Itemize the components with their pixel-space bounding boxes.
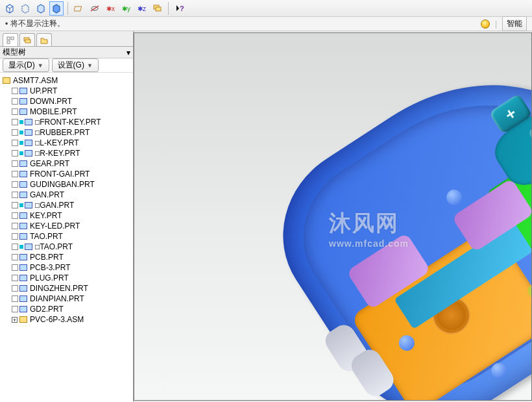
tree-item-label: UP.PRT bbox=[30, 86, 57, 95]
tree-item[interactable]: PCB-3.PRT bbox=[1, 262, 132, 273]
part-icon bbox=[25, 119, 32, 125]
checkbox-icon bbox=[12, 171, 18, 177]
tree-root[interactable]: ASMT7.ASM bbox=[1, 75, 132, 86]
tree-item[interactable]: TAO.PRT bbox=[1, 231, 132, 242]
tree-item[interactable]: □GAN.PRT bbox=[1, 200, 132, 210]
tree-item-label: DOWN.PRT bbox=[30, 97, 72, 106]
checkbox-icon bbox=[12, 223, 18, 229]
view-shaded-icon[interactable] bbox=[49, 1, 64, 16]
smart-button[interactable]: 智能 bbox=[502, 16, 527, 31]
bulb-icon[interactable] bbox=[481, 19, 490, 29]
checkbox-icon bbox=[12, 295, 18, 302]
svg-rect-16 bbox=[11, 37, 14, 40]
checkbox-icon bbox=[12, 160, 18, 167]
checkbox-icon bbox=[12, 181, 18, 188]
svg-rect-13 bbox=[156, 7, 161, 11]
tree-item[interactable]: GEAR.PRT bbox=[1, 158, 132, 169]
tree-item-label: GEAR.PRT bbox=[30, 159, 69, 168]
svg-rect-17 bbox=[7, 41, 10, 44]
tree-item[interactable]: □TAO.PRT bbox=[1, 242, 132, 252]
help-arrow-icon[interactable]: ? bbox=[173, 1, 187, 16]
svg-rect-19 bbox=[25, 40, 30, 43]
checkbox-icon bbox=[12, 306, 18, 312]
tree-item[interactable]: □RUBBER.PRT bbox=[1, 127, 132, 138]
checkbox-icon bbox=[12, 244, 18, 250]
main-toolbar: ✱x ✱y ✱z ? bbox=[0, 0, 532, 17]
expand-icon[interactable]: + bbox=[12, 317, 18, 323]
checkbox-icon bbox=[12, 275, 18, 281]
assembly-icon bbox=[19, 316, 27, 323]
checkbox-icon bbox=[12, 150, 18, 157]
tree-item-label: GUDINGBAN.PRT bbox=[30, 180, 95, 189]
flag-icon bbox=[19, 151, 23, 155]
svg-text:✱x: ✱x bbox=[106, 5, 115, 12]
tree-item[interactable]: UP.PRT bbox=[1, 86, 132, 96]
view-nohidden-icon[interactable] bbox=[34, 1, 48, 16]
part-icon bbox=[19, 264, 27, 271]
tree-item[interactable]: GUDINGBAN.PRT bbox=[1, 179, 132, 190]
layers-icon[interactable] bbox=[150, 1, 164, 16]
tree-item-label: □TAO.PRT bbox=[35, 242, 73, 251]
checkbox-icon bbox=[12, 140, 18, 146]
tab-folder[interactable] bbox=[36, 33, 52, 46]
chevron-down-icon: ▼ bbox=[38, 62, 43, 69]
view-hidden-icon[interactable] bbox=[18, 1, 32, 16]
tree-item[interactable]: PCB.PRT bbox=[1, 252, 132, 262]
tree-item[interactable]: □L-KEY.PRT bbox=[1, 138, 132, 148]
part-icon bbox=[19, 212, 27, 219]
viewport-3d[interactable]: + ヘノ − 沐风网 www.mfcad.com bbox=[134, 32, 532, 401]
axis-x-icon[interactable]: ✱x bbox=[103, 1, 117, 16]
tree-item[interactable]: KEY-LED.PRT bbox=[1, 221, 132, 231]
tree-root-label: ASMT7.ASM bbox=[13, 76, 58, 85]
part-icon bbox=[19, 223, 27, 229]
tree-item[interactable]: □R-KEY.PRT bbox=[1, 148, 132, 158]
tab-layers[interactable] bbox=[19, 33, 35, 46]
flag-icon bbox=[19, 203, 23, 207]
status-message: 将不显示注释。 bbox=[10, 18, 65, 29]
view-wireframe-icon[interactable] bbox=[3, 1, 17, 16]
part-icon bbox=[19, 275, 27, 281]
part-icon bbox=[19, 285, 27, 292]
tree-item[interactable]: MOBILE.PRT bbox=[1, 107, 132, 117]
flag-icon bbox=[19, 120, 23, 124]
part-icon bbox=[25, 244, 32, 250]
tab-model-tree[interactable] bbox=[3, 33, 18, 46]
part-icon bbox=[19, 88, 27, 94]
tree-item[interactable]: KEY.PRT bbox=[1, 210, 132, 221]
side-tabstrip bbox=[0, 31, 133, 47]
tree-subasm[interactable]: + PVC-6P-3.ASM bbox=[1, 314, 132, 325]
tree-item[interactable]: DIANPIAN.PRT bbox=[1, 294, 132, 304]
toolbar-separator bbox=[67, 2, 68, 15]
checkbox-icon bbox=[12, 108, 18, 115]
tree-item[interactable]: PLUG.PRT bbox=[1, 273, 132, 283]
tree-item[interactable]: DOWN.PRT bbox=[1, 96, 132, 107]
tree-item-label: KEY.PRT bbox=[30, 211, 62, 220]
flag-icon bbox=[19, 245, 23, 249]
plane-icon[interactable] bbox=[72, 1, 86, 16]
part-icon bbox=[19, 233, 27, 240]
tree-item-label: PCB.PRT bbox=[30, 253, 64, 262]
axis-y-icon[interactable]: ✱y bbox=[119, 1, 133, 16]
settings-dropdown[interactable]: 设置(G)▼ bbox=[52, 58, 99, 72]
show-dropdown[interactable]: 显示(D)▼ bbox=[3, 58, 49, 72]
tree-item-label: TAO.PRT bbox=[30, 232, 63, 241]
part-icon bbox=[19, 181, 27, 188]
tree-item-label: GAN.PRT bbox=[30, 190, 64, 199]
tree-header-caret[interactable]: ▾ bbox=[127, 48, 130, 57]
eye-slash-icon[interactable] bbox=[88, 1, 102, 16]
tree-item[interactable]: GD2.PRT bbox=[1, 304, 132, 314]
main-area: 模型树 ▾ 显示(D)▼ 设置(G)▼ ASMT7.ASM UP.PRTDOWN… bbox=[0, 31, 532, 402]
part-icon bbox=[19, 192, 27, 198]
checkbox-icon bbox=[12, 129, 18, 136]
tree-item-label: DIANPIAN.PRT bbox=[30, 294, 84, 303]
axis-z-icon[interactable]: ✱z bbox=[134, 1, 149, 16]
tree-item-label: □GAN.PRT bbox=[35, 201, 74, 210]
tree-item-label: PCB-3.PRT bbox=[30, 263, 70, 272]
tree-item[interactable]: GAN.PRT bbox=[1, 190, 132, 200]
checkbox-icon bbox=[12, 98, 18, 105]
tree-item[interactable]: □FRONT-KEY.PRT bbox=[1, 117, 132, 127]
part-icon bbox=[19, 160, 27, 167]
tree-item[interactable]: FRONT-GAI.PRT bbox=[1, 169, 132, 179]
flag-icon bbox=[19, 131, 23, 134]
tree-item[interactable]: DINGZHEN.PRT bbox=[1, 283, 132, 294]
